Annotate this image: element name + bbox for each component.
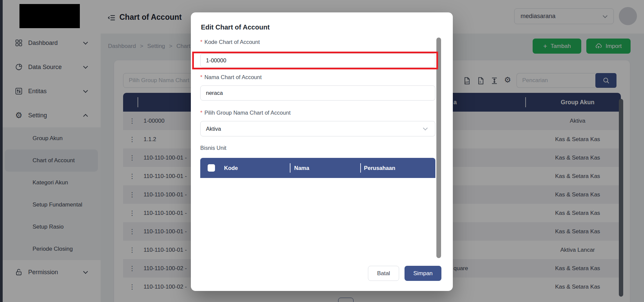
chevron-down-icon xyxy=(423,126,428,130)
group-select-value: Aktiva xyxy=(206,126,424,132)
select-all-checkbox[interactable] xyxy=(208,164,215,172)
required-mark: * xyxy=(200,110,202,116)
app-root: Dashboard Data Source Entitas ⚙ Settin xyxy=(0,0,644,302)
kode-field-label: *Kode Chart of Account xyxy=(200,39,260,45)
kode-input[interactable] xyxy=(200,53,435,67)
group-field-label: *Pilih Group Nama Chart of Account xyxy=(200,110,290,116)
save-button[interactable]: Simpan xyxy=(405,266,441,281)
edit-coa-modal: Edit Chart of Account *Kode Chart of Acc… xyxy=(191,12,453,291)
bisnis-unit-table-header: Kode Nama Perusahaan xyxy=(200,158,435,178)
group-select[interactable]: Aktiva xyxy=(200,121,435,136)
nama-field-label: *Nama Chart of Account xyxy=(200,74,262,80)
bisnis-unit-table: Kode Nama Perusahaan xyxy=(200,158,435,261)
column-separator xyxy=(360,163,361,173)
nama-input[interactable] xyxy=(200,85,435,101)
bu-header-kode: Kode xyxy=(224,165,290,171)
modal-title: Edit Chart of Account xyxy=(201,23,270,31)
bu-header-perusahaan: Perusahaan xyxy=(364,165,435,171)
modal-scrollbar-thumb[interactable] xyxy=(436,38,441,258)
required-mark: * xyxy=(200,74,202,80)
required-mark: * xyxy=(200,39,202,45)
column-separator xyxy=(290,163,290,173)
bu-header-nama: Nama xyxy=(294,165,360,171)
cancel-button[interactable]: Batal xyxy=(368,266,399,281)
bisnis-unit-label: Bisnis Unit xyxy=(200,145,226,151)
